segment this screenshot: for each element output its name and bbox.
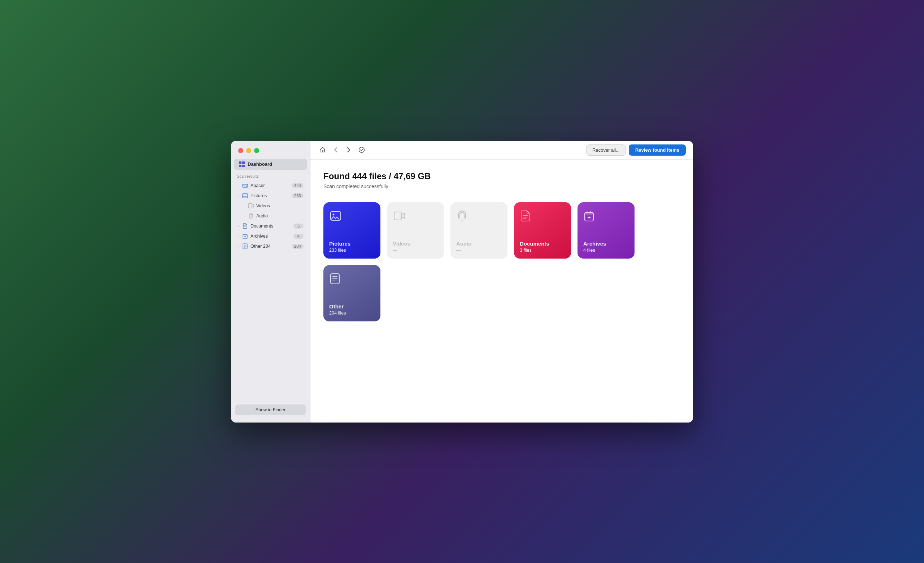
sidebar-item-videos[interactable]: Videos [233, 201, 308, 210]
other-card-count: 204 files [329, 311, 346, 315]
documents-count: 3 [294, 224, 303, 228]
sidebar-item-pictures[interactable]: › Pictures 233 [233, 191, 308, 200]
scan-title: Found 444 files / 47,69 GB [323, 171, 680, 181]
sidebar-item-apacer[interactable]: Apacer 444 [233, 181, 308, 190]
svg-rect-1 [243, 184, 248, 186]
svg-rect-9 [243, 234, 247, 236]
pictures-card-icon [330, 210, 342, 224]
documents-icon [242, 223, 248, 229]
sidebar: Dashboard Scan results Apacer 444 › [231, 141, 310, 422]
close-button[interactable] [238, 148, 243, 153]
sidebar-item-archives[interactable]: › Archives 4 [233, 231, 308, 241]
app-window: Dashboard Scan results Apacer 444 › [231, 141, 693, 422]
svg-rect-3 [243, 194, 248, 198]
pictures-chevron: › [237, 194, 241, 198]
audio-label: Audio [256, 213, 303, 218]
documents-card-name: Documents [520, 240, 549, 247]
sidebar-item-dashboard[interactable]: Dashboard [234, 159, 307, 170]
svg-point-16 [359, 147, 364, 153]
category-card-pictures[interactable]: Pictures 233 files [323, 202, 380, 258]
show-in-finder-button[interactable]: Show in Finder [236, 404, 306, 415]
svg-rect-26 [585, 212, 593, 215]
maximize-button[interactable] [254, 148, 259, 153]
archives-card-icon [584, 210, 594, 224]
scan-area: Found 444 files / 47,69 GB Scan complete… [310, 160, 693, 422]
category-card-archives[interactable]: Archives 4 files [578, 202, 634, 258]
documents-card-count: 3 files [520, 248, 532, 253]
home-button[interactable] [318, 145, 328, 155]
audio-card-icon [457, 210, 467, 224]
other-card-icon [330, 273, 340, 287]
audio-card-name: Audio [456, 240, 472, 247]
main-content: Recover all... Review found items Found … [310, 141, 693, 422]
svg-point-4 [244, 194, 244, 195]
archives-card-count: 4 files [583, 248, 595, 253]
dashboard-icon [239, 161, 245, 167]
audio-card-count: — [456, 248, 461, 253]
pictures-icon [242, 192, 248, 199]
traffic-lights [238, 148, 259, 153]
videos-card-icon [393, 210, 405, 224]
forward-button[interactable] [344, 145, 354, 155]
scan-subtitle: Scan completed successfully [323, 183, 680, 189]
pictures-label: Pictures [250, 193, 292, 198]
svg-point-2 [246, 186, 247, 187]
other-card-name: Other [329, 303, 344, 309]
pictures-card-name: Pictures [329, 240, 351, 247]
other-label: Other 204 [250, 244, 292, 249]
back-button[interactable] [331, 145, 341, 155]
other-chevron: › [237, 244, 241, 248]
chevron-placeholder [237, 183, 241, 188]
videos-icon [248, 203, 254, 209]
sidebar-item-documents[interactable]: › Documents 3 [233, 221, 308, 231]
category-card-audio[interactable]: Audio — [450, 202, 507, 258]
other-count: 204 [292, 244, 303, 249]
archives-count: 4 [294, 234, 303, 239]
audio-icon [248, 213, 254, 219]
pictures-count: 233 [292, 193, 303, 198]
archives-card-name: Archives [583, 240, 606, 247]
documents-card-icon [520, 210, 531, 224]
pictures-card-count: 233 files [329, 248, 346, 253]
videos-card-name: Videos [393, 240, 410, 247]
category-grid: Pictures 233 files Videos — [323, 202, 680, 321]
svg-rect-19 [394, 212, 401, 220]
recover-all-button[interactable]: Recover all... [586, 144, 626, 156]
videos-label: Videos [256, 203, 303, 209]
archives-icon [242, 233, 248, 239]
checkmark-button[interactable] [357, 145, 367, 155]
drive-icon [242, 182, 248, 189]
dashboard-label: Dashboard [248, 161, 272, 167]
sidebar-item-audio[interactable]: Audio [233, 211, 308, 221]
category-card-other[interactable]: Other 204 files [323, 265, 380, 321]
svg-point-18 [333, 213, 334, 215]
category-card-videos[interactable]: Videos — [387, 202, 444, 258]
apacer-count: 444 [292, 183, 303, 188]
category-card-documents[interactable]: Documents 3 files [514, 202, 571, 258]
svg-rect-5 [248, 204, 252, 208]
documents-chevron: › [237, 224, 241, 228]
other-icon [242, 243, 248, 249]
review-found-button[interactable]: Review found items [629, 144, 686, 156]
documents-label: Documents [250, 224, 294, 228]
sidebar-item-other[interactable]: › Other 204 204 [233, 242, 308, 251]
apacer-label: Apacer [250, 183, 292, 188]
minimize-button[interactable] [246, 148, 251, 153]
videos-card-count: — [393, 248, 398, 253]
archives-label: Archives [250, 234, 294, 239]
scan-results-header: Scan results [231, 174, 310, 180]
archives-chevron: › [237, 234, 241, 238]
toolbar: Recover all... Review found items [310, 141, 693, 160]
